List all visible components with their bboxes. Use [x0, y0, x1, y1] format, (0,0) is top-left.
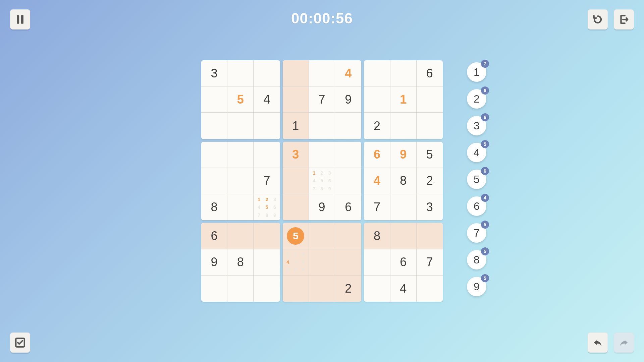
sudoku-cell[interactable]: 2 — [364, 113, 390, 139]
sudoku-cell[interactable]: 7 — [254, 168, 280, 194]
sudoku-cell[interactable] — [390, 223, 417, 249]
sudoku-cell[interactable] — [335, 168, 361, 194]
sudoku-cell[interactable]: 6 — [201, 223, 227, 249]
sudoku-cell[interactable] — [364, 276, 390, 302]
sudoku-cell[interactable]: 9 — [201, 249, 227, 276]
sudoku-cell[interactable] — [283, 60, 309, 86]
sudoku-cell[interactable]: 6 — [390, 249, 417, 276]
sudoku-cell[interactable] — [417, 113, 443, 139]
sudoku-cell[interactable] — [417, 276, 443, 302]
sudoku-cell[interactable] — [364, 249, 390, 276]
sudoku-cell[interactable] — [201, 142, 227, 168]
sudoku-cell[interactable] — [335, 142, 361, 168]
sudoku-cell[interactable]: 5 — [283, 223, 309, 249]
sudoku-cell[interactable] — [201, 86, 227, 113]
selected-value: 5 — [287, 227, 304, 245]
sudoku-cell[interactable]: 9 — [309, 194, 335, 220]
sudoku-cell[interactable] — [254, 276, 280, 302]
sudoku-cell[interactable]: 123456789 — [283, 249, 309, 276]
sudoku-cell[interactable] — [309, 249, 335, 276]
pause-icon — [14, 14, 26, 25]
sudoku-cell[interactable] — [201, 168, 227, 194]
sudoku-cell[interactable]: 4 — [390, 276, 417, 302]
number-button-3[interactable]: 36 — [467, 116, 486, 135]
sudoku-cell[interactable] — [390, 113, 417, 139]
sudoku-cell[interactable]: 4 — [364, 168, 390, 194]
sudoku-cell[interactable]: 2 — [417, 168, 443, 194]
sudoku-cell[interactable] — [201, 276, 227, 302]
sudoku-cell[interactable]: 3 — [201, 60, 227, 86]
sudoku-cell[interactable]: 1 — [390, 86, 417, 113]
sudoku-cell[interactable] — [309, 276, 335, 302]
check-button[interactable] — [10, 333, 30, 353]
sudoku-cell[interactable]: 4 — [335, 60, 361, 86]
sudoku-cell[interactable] — [364, 60, 390, 86]
share-icon — [618, 337, 630, 348]
sudoku-cell[interactable] — [254, 142, 280, 168]
sudoku-cell[interactable] — [309, 223, 335, 249]
sudoku-cell[interactable]: 8 — [227, 249, 254, 276]
sudoku-cell[interactable]: 6 — [335, 194, 361, 220]
sudoku-box: 78123456789 — [201, 142, 280, 221]
sudoku-cell[interactable]: 8 — [390, 168, 417, 194]
pause-button[interactable] — [10, 9, 30, 29]
sudoku-cell[interactable] — [390, 194, 417, 220]
sudoku-cell[interactable]: 5 — [417, 142, 443, 168]
sudoku-cell[interactable] — [227, 113, 254, 139]
sudoku-cell[interactable]: 9 — [335, 86, 361, 113]
number-button-1[interactable]: 17 — [467, 62, 486, 82]
sudoku-cell[interactable] — [227, 276, 254, 302]
number-button-6[interactable]: 64 — [467, 196, 486, 216]
sudoku-cell[interactable] — [309, 60, 335, 86]
sudoku-cell[interactable] — [417, 86, 443, 113]
sudoku-cell[interactable] — [283, 276, 309, 302]
sudoku-cell[interactable] — [227, 223, 254, 249]
sudoku-cell[interactable]: 1 — [283, 113, 309, 139]
sudoku-cell[interactable]: 123456789 — [254, 194, 280, 220]
sudoku-cell[interactable] — [254, 249, 280, 276]
sudoku-cell[interactable] — [309, 142, 335, 168]
sudoku-cell[interactable]: 3 — [283, 142, 309, 168]
sudoku-cell[interactable] — [335, 223, 361, 249]
sudoku-cell[interactable] — [227, 142, 254, 168]
sudoku-cell[interactable]: 123456789 — [309, 168, 335, 194]
sudoku-cell[interactable]: 7 — [364, 194, 390, 220]
sudoku-cell[interactable]: 2 — [335, 276, 361, 302]
sudoku-cell[interactable] — [201, 113, 227, 139]
sudoku-cell[interactable]: 3 — [417, 194, 443, 220]
sudoku-cell[interactable] — [335, 113, 361, 139]
number-button-4[interactable]: 45 — [467, 143, 486, 162]
sudoku-cell[interactable] — [335, 249, 361, 276]
sudoku-cell[interactable] — [227, 168, 254, 194]
number-button-9[interactable]: 95 — [467, 277, 486, 296]
sudoku-cell[interactable] — [364, 86, 390, 113]
sudoku-cell[interactable]: 5 — [227, 86, 254, 113]
sudoku-cell[interactable] — [254, 60, 280, 86]
sudoku-cell[interactable] — [254, 223, 280, 249]
sudoku-cell[interactable]: 6 — [417, 60, 443, 86]
number-button-7[interactable]: 75 — [467, 223, 486, 243]
sudoku-cell[interactable]: 8 — [364, 223, 390, 249]
number-button-8[interactable]: 85 — [467, 250, 486, 269]
sudoku-cell[interactable] — [390, 60, 417, 86]
number-button-5[interactable]: 56 — [467, 170, 486, 189]
sudoku-cell[interactable]: 7 — [417, 249, 443, 276]
sudoku-cell[interactable] — [227, 194, 254, 220]
sudoku-cell[interactable]: 6 — [364, 142, 390, 168]
sudoku-cell[interactable]: 4 — [254, 86, 280, 113]
exit-button[interactable] — [614, 9, 634, 29]
sudoku-cell[interactable]: 8 — [201, 194, 227, 220]
undo-button[interactable] — [588, 9, 608, 29]
sudoku-cell[interactable] — [283, 194, 309, 220]
sudoku-cell[interactable]: 7 — [309, 86, 335, 113]
sudoku-cell[interactable] — [309, 113, 335, 139]
number-button-2[interactable]: 26 — [467, 89, 486, 109]
sudoku-cell[interactable] — [254, 113, 280, 139]
sudoku-cell[interactable]: 9 — [390, 142, 417, 168]
sudoku-cell[interactable] — [227, 60, 254, 86]
remaining-badge: 6 — [481, 113, 489, 121]
step-back-button[interactable] — [588, 333, 608, 353]
sudoku-cell[interactable] — [283, 86, 309, 113]
sudoku-cell[interactable] — [283, 168, 309, 194]
sudoku-cell[interactable] — [417, 223, 443, 249]
